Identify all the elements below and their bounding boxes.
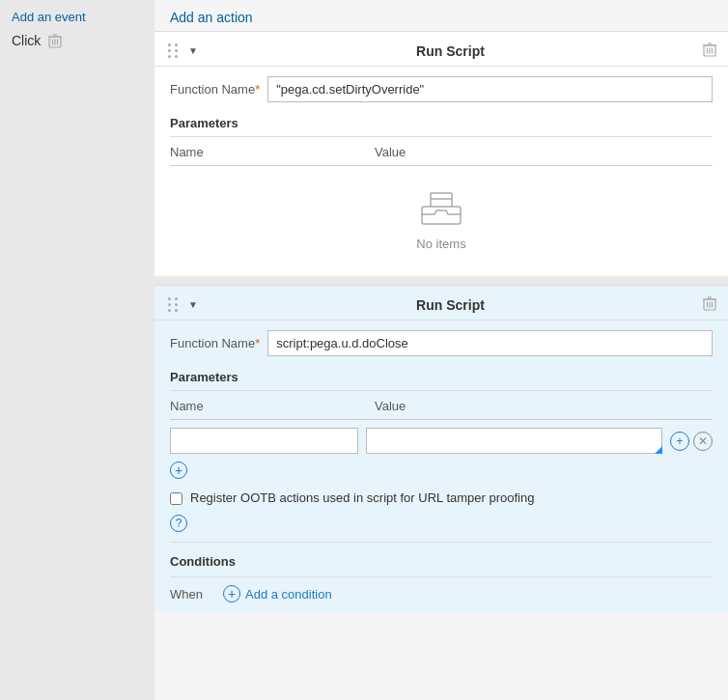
chevron-down-icon: ▼ [188,45,198,56]
drag-dot [168,49,171,52]
plus-circle-icon: + [170,462,187,479]
action2-body: Function Name* Parameters Name Value [154,321,728,612]
function-name-input-2[interactable] [267,330,713,356]
click-event-label: Click [12,33,41,48]
no-items-container: No items [170,166,713,266]
param-icons: + ✕ [670,432,713,451]
when-row: When + Add a condition [170,585,713,602]
help-icon[interactable]: ? [170,515,187,532]
drag-dot [168,309,171,312]
when-label: When [170,587,213,602]
remove-param-icon[interactable]: ✕ [693,432,713,451]
drag-dot [175,43,178,46]
sidebar: Add an event Click [0,0,154,700]
value-corner-indicator [655,446,662,454]
function-name-label-1: Function Name* [170,82,260,97]
action2-title: Run Script [206,297,695,313]
action1-body: Function Name* Parameters Name Value [154,67,728,275]
action1-title: Run Script [206,43,695,59]
parameters-header-2: Parameters [170,366,713,391]
checkbox-row: Register OOTB actions used in script for… [170,490,713,505]
register-ootb-checkbox[interactable] [170,492,182,505]
params-table-2: Name Value + ✕ + [170,399,713,479]
action-block-1: ▼ Run Script Function Name* [154,31,728,275]
param-row-1: + ✕ [170,428,713,454]
required-star-1: * [255,82,260,97]
params-value-col-1: Value [375,145,713,159]
drag-dot [175,49,178,52]
params-name-col-2: Name [170,399,363,413]
function-name-row-2: Function Name* [170,330,713,356]
params-divider-2 [170,419,713,420]
drag-handle-1[interactable] [166,42,181,60]
action2-header: ▼ Run Script [154,286,728,321]
param-value-input[interactable] [366,428,662,454]
action1-delete-icon[interactable] [703,42,716,60]
param-name-input[interactable] [170,428,358,454]
chevron-down-icon-2: ▼ [188,299,198,310]
drag-dot [175,297,178,300]
required-star-2: * [255,336,260,350]
drag-dot [175,55,178,58]
svg-rect-12 [422,207,461,224]
drag-handle-2[interactable] [166,295,181,314]
drag-dot [168,297,171,300]
parameters-header-1: Parameters [170,112,713,137]
empty-inbox-icon [417,185,465,229]
params-value-col-2: Value [375,399,713,413]
params-name-col-1: Name [170,145,363,159]
action2-delete-icon[interactable] [703,295,716,314]
function-name-row-1: Function Name* [170,76,713,102]
add-condition-button[interactable]: + Add a condition [223,585,332,602]
params-table-header-1: Name Value [170,145,713,159]
register-ootb-label: Register OOTB actions used in script for… [190,490,534,505]
drag-dot [168,43,171,46]
function-name-label-2: Function Name* [170,336,260,350]
conditions-header: Conditions [170,550,713,577]
block-separator [154,277,728,285]
action-block-2: ▼ Run Script Function Name* [154,285,728,612]
drag-dot [175,303,178,306]
main-content: Add an action ▼ Run Script [154,0,728,700]
add-param-button[interactable]: + [170,462,713,479]
delete-event-icon[interactable] [46,32,64,49]
add-condition-label: Add a condition [245,587,332,602]
params-table-1: Name Value No items [170,145,713,266]
action1-header: ▼ Run Script [154,32,728,67]
param-value-wrapper [366,428,662,454]
params-table-header-2: Name Value [170,399,713,413]
drag-dot [168,303,171,306]
conditions-section: Conditions When + Add a condition [170,542,713,602]
drag-dot [175,309,178,312]
add-param-icon[interactable]: + [670,432,689,451]
drag-dot [168,55,171,58]
action2-type-dropdown[interactable]: ▼ [188,299,198,310]
action1-type-dropdown[interactable]: ▼ [188,45,198,56]
no-items-label: No items [416,237,465,251]
add-event-link[interactable]: Add an event [12,10,143,24]
click-event-row: Click [12,32,143,49]
function-name-input-1[interactable] [267,76,713,102]
add-action-link[interactable]: Add an action [154,0,728,31]
add-condition-icon: + [223,585,240,602]
